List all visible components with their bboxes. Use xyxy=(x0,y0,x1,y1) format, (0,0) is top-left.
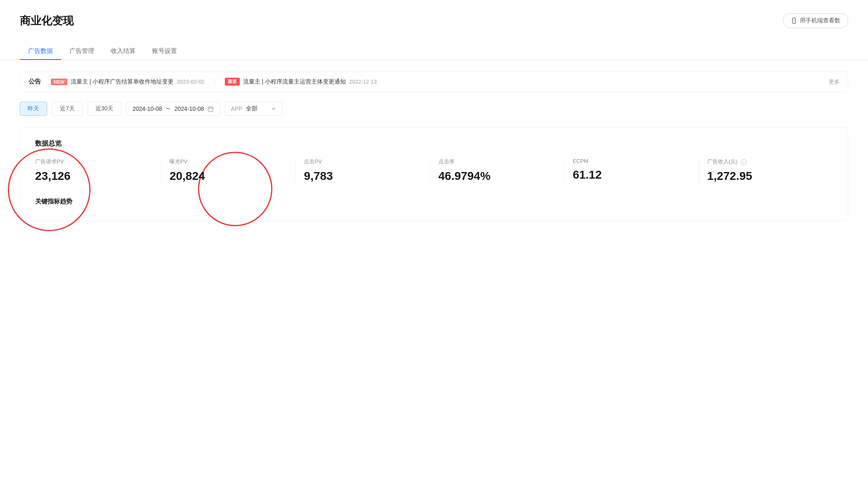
app-filter-value: 全部 xyxy=(246,105,258,112)
stat-label-impression-pv: 曝光PV xyxy=(169,158,287,165)
page-title: 商业化变现 xyxy=(20,14,74,28)
announcement-text-1[interactable]: 流量主 | 小程序广告结算单收件地址变更 xyxy=(71,78,174,86)
stat-item-revenue: 广告收入(元) i 1,272.95 xyxy=(699,158,833,183)
date-range-picker[interactable]: 2024-10-08 ～ 2024-10-08 xyxy=(126,102,219,116)
announcement-item-2: 重要 流量主 | 小程序流量主运营主体变更通知 2022-12-13 xyxy=(225,78,377,86)
announcement-date-2: 2022-12-13 xyxy=(349,79,377,85)
app-filter-prefix: APP xyxy=(231,105,243,112)
stats-card-title: 数据总览 xyxy=(35,139,833,148)
stat-item-ecpm: ECPM 61.12 xyxy=(565,158,699,183)
stat-item-impression-pv: 曝光PV 20,824 xyxy=(161,158,296,183)
svg-rect-0 xyxy=(793,18,796,23)
stats-grid: 广告请求PV 23,126 曝光PV 20,824 点击PV 9,783 点击率… xyxy=(35,158,833,183)
stat-item-ctr: 点击率 46.9794% xyxy=(430,158,565,183)
date-separator: ～ xyxy=(165,105,171,112)
stat-label-click-pv: 点击PV xyxy=(304,158,421,165)
tab-account[interactable]: 账号设置 xyxy=(144,43,185,60)
stat-value-click-pv: 9,783 xyxy=(304,170,421,183)
svg-rect-2 xyxy=(208,107,213,111)
date-end: 2024-10-08 xyxy=(174,105,204,112)
key-trend-title: 关键指标趋势 xyxy=(35,198,833,206)
announcement-bar: 公告 NEW 流量主 | 小程序广告结算单收件地址变更 2023-02-02 重… xyxy=(20,72,848,92)
announcement-label: 公告 xyxy=(29,78,41,86)
info-icon-revenue[interactable]: i xyxy=(741,159,746,165)
tab-ad-management[interactable]: 广告管理 xyxy=(61,43,103,60)
badge-important: 重要 xyxy=(225,78,240,86)
stat-label-ecpm: ECPM xyxy=(573,158,690,164)
filter-bar: 昨天 近7天 近30天 2024-10-08 ～ 2024-10-08 APP … xyxy=(20,102,848,116)
stat-value-ctr: 46.9794% xyxy=(439,170,556,183)
stat-value-impression-pv: 20,824 xyxy=(169,170,287,183)
stat-label-revenue: 广告收入(元) i xyxy=(707,158,825,165)
announcement-divider xyxy=(215,78,215,86)
stat-value-revenue: 1,272.95 xyxy=(707,170,825,183)
mobile-btn-label: 用手机端查看数 xyxy=(800,17,840,24)
tab-ad-data[interactable]: 广告数据 xyxy=(20,43,61,60)
calendar-icon xyxy=(207,106,214,112)
app-filter-dropdown[interactable]: APP 全部 xyxy=(225,102,283,116)
time-btn-yesterday[interactable]: 昨天 xyxy=(20,102,47,116)
stat-label-ctr: 点击率 xyxy=(439,158,556,165)
announcement-text-2[interactable]: 流量主 | 小程序流量主运营主体变更通知 xyxy=(243,78,346,86)
tab-bar: 广告数据 广告管理 收入结算 账号设置 xyxy=(0,31,868,60)
announcement-more[interactable]: 更多 xyxy=(829,78,839,86)
mobile-view-button[interactable]: 用手机端查看数 xyxy=(783,13,848,28)
time-btn-7days[interactable]: 近7天 xyxy=(52,102,83,116)
badge-new: NEW xyxy=(51,79,67,85)
stat-item-click-pv: 点击PV 9,783 xyxy=(296,158,430,183)
stat-item-request-pv: 广告请求PV 23,126 xyxy=(35,158,161,183)
chevron-down-icon xyxy=(271,106,277,112)
stats-card: 数据总览 广告请求PV 23,126 曝光PV 20,824 点击PV 9,78… xyxy=(20,127,848,221)
announcement-item-1: NEW 流量主 | 小程序广告结算单收件地址变更 2023-02-02 xyxy=(51,78,205,86)
mobile-icon xyxy=(791,17,797,24)
date-start: 2024-10-08 xyxy=(132,105,162,112)
announcement-date-1: 2023-02-02 xyxy=(177,79,205,85)
stat-value-ecpm: 61.12 xyxy=(573,168,690,182)
stat-value-request-pv: 23,126 xyxy=(35,170,153,183)
time-btn-30days[interactable]: 近30天 xyxy=(88,102,122,116)
tab-revenue[interactable]: 收入结算 xyxy=(103,43,144,60)
stat-label-request-pv: 广告请求PV xyxy=(35,158,153,165)
